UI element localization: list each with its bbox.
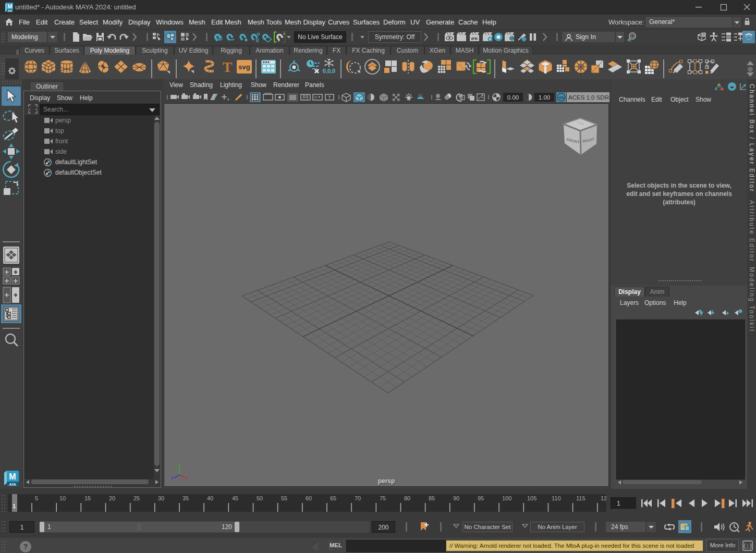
svg-text:x: x: [629, 38, 631, 42]
svg-text:y: y: [178, 463, 181, 468]
svg-text:M: M: [7, 3, 12, 9]
svg-text:ON: ON: [558, 96, 564, 100]
svg-text:IPR: IPR: [471, 36, 478, 41]
svg-text:ACES 1.0 SDR-v: ACES 1.0 SDR-v: [568, 94, 611, 101]
svg-text:svg: svg: [238, 63, 250, 71]
svg-text:AYA: AYA: [9, 483, 16, 486]
svg-text:0.00: 0.00: [507, 94, 519, 101]
svg-text:1.00: 1.00: [539, 94, 550, 101]
svg-text:M: M: [9, 472, 16, 481]
svg-text:{;}: {;}: [743, 544, 752, 549]
svg-text:0,0,0: 0,0,0: [323, 68, 335, 74]
svg-text:T: T: [223, 59, 233, 74]
svg-text:T: T: [328, 95, 331, 100]
svg-text:AYA: AYA: [8, 10, 13, 13]
